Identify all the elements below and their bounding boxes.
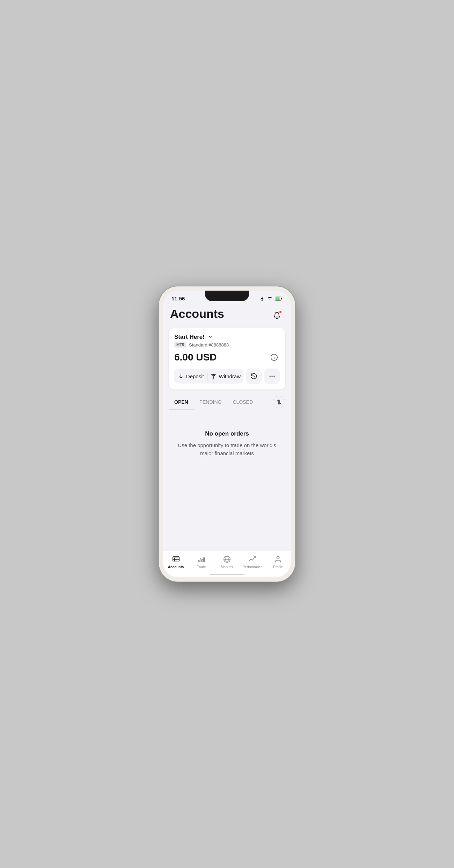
nav-trade[interactable]: Trade xyxy=(189,553,214,570)
action-row: Deposit Withdraw xyxy=(174,369,280,384)
history-icon xyxy=(250,373,257,380)
account-name: Start Here! xyxy=(174,334,205,341)
svg-point-8 xyxy=(271,375,272,377)
bottom-nav: Accounts Trade xyxy=(163,550,291,577)
account-dropdown-chevron[interactable] xyxy=(207,334,213,341)
svg-rect-17 xyxy=(204,557,205,562)
deposit-icon xyxy=(178,373,184,379)
withdraw-label: Withdraw xyxy=(219,373,241,379)
deposit-withdraw-group: Deposit Withdraw xyxy=(174,369,243,384)
performance-nav-icon xyxy=(248,555,257,564)
battery-icon xyxy=(275,297,283,301)
deposit-label: Deposit xyxy=(186,373,204,379)
balance-amount: 6.00 USD xyxy=(174,352,217,363)
tab-pending[interactable]: PENDING xyxy=(194,395,227,409)
more-options-button[interactable] xyxy=(264,369,280,384)
nav-accounts[interactable]: Accounts xyxy=(163,553,189,570)
info-icon xyxy=(270,353,278,361)
info-button[interactable] xyxy=(269,352,280,363)
status-icons xyxy=(259,296,283,301)
accounts-nav-icon xyxy=(171,555,181,564)
empty-title: No open orders xyxy=(205,430,249,437)
tabs-list: OPEN PENDING CLOSED xyxy=(169,395,273,409)
status-time: 11:56 xyxy=(171,296,185,301)
more-dots-icon xyxy=(269,373,276,380)
profile-nav-icon xyxy=(273,555,283,564)
sort-icon xyxy=(276,399,282,405)
chevron-down-icon xyxy=(207,334,213,340)
wifi-icon xyxy=(267,296,273,301)
empty-state: No open orders Use the opportunity to tr… xyxy=(163,409,291,478)
svg-rect-14 xyxy=(198,560,199,562)
account-name-row: Start Here! xyxy=(174,334,280,341)
nav-performance[interactable]: Performance xyxy=(240,553,265,570)
withdraw-button[interactable]: Withdraw xyxy=(207,369,243,384)
scroll-content: Accounts Start Here! xyxy=(163,303,291,577)
balance-row: 6.00 USD xyxy=(174,352,280,363)
nav-profile[interactable]: Profile xyxy=(265,553,291,570)
account-type-badge: MT5 xyxy=(174,342,186,348)
home-indicator xyxy=(210,574,244,575)
svg-point-21 xyxy=(277,556,279,559)
airplane-icon xyxy=(259,296,265,301)
svg-rect-15 xyxy=(200,559,201,562)
header-area: Accounts xyxy=(163,303,291,325)
tabs-container: OPEN PENDING CLOSED xyxy=(163,395,291,409)
notch xyxy=(205,291,249,301)
page-title: Accounts xyxy=(170,307,224,321)
tab-closed[interactable]: CLOSED xyxy=(227,395,258,409)
history-button[interactable] xyxy=(246,369,262,384)
nav-markets-label: Markets xyxy=(221,565,233,569)
svg-point-7 xyxy=(270,375,271,377)
markets-nav-icon xyxy=(222,555,232,564)
phone-frame: 11:56 xyxy=(159,286,295,582)
nav-trade-label: Trade xyxy=(197,565,206,569)
svg-rect-2 xyxy=(276,297,280,300)
svg-rect-1 xyxy=(281,298,282,299)
empty-subtitle: Use the opportunity to trade on the worl… xyxy=(177,442,277,457)
svg-point-9 xyxy=(273,375,274,377)
sort-button[interactable] xyxy=(273,396,285,408)
nav-accounts-label: Accounts xyxy=(168,565,184,569)
account-card: Start Here! MT5 Standard #8888888 6.00 U… xyxy=(169,328,285,389)
withdraw-icon xyxy=(210,373,217,379)
account-subtype: Standard #8888888 xyxy=(189,342,229,348)
trade-nav-icon xyxy=(197,555,206,564)
notification-bell-button[interactable] xyxy=(270,308,284,322)
nav-markets[interactable]: Markets xyxy=(214,553,240,570)
tab-open[interactable]: OPEN xyxy=(169,395,194,409)
nav-profile-label: Profile xyxy=(273,565,283,569)
svg-rect-16 xyxy=(202,560,203,562)
notification-dot xyxy=(279,311,282,313)
deposit-button[interactable]: Deposit xyxy=(174,369,207,384)
nav-performance-label: Performance xyxy=(243,565,263,569)
account-meta: MT5 Standard #8888888 xyxy=(174,342,280,348)
phone-screen: 11:56 xyxy=(163,291,291,577)
